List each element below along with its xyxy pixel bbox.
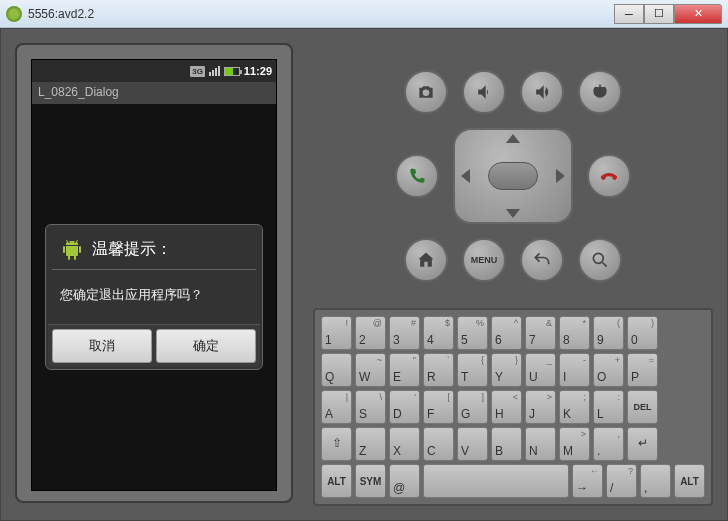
dpad: [453, 128, 573, 224]
key-2[interactable]: 2@: [355, 316, 386, 350]
close-button[interactable]: ✕: [674, 4, 722, 24]
device-frame: 3G 11:29 L_0826_Dialog 温馨提示： 您确定退出应用程序吗？: [15, 43, 293, 503]
dpad-up[interactable]: [506, 134, 520, 143]
key-sym[interactable]: SYM: [355, 464, 386, 498]
emulator-body: 3G 11:29 L_0826_Dialog 温馨提示： 您确定退出应用程序吗？: [0, 28, 728, 521]
key-alt[interactable]: ALT: [674, 464, 705, 498]
right-panel: MENU 1!2@3#4$5%6^7&8*9(0)QW~E"R`T{Y}U_I-…: [313, 43, 713, 506]
key-alt[interactable]: ALT: [321, 464, 352, 498]
key-1[interactable]: 1!: [321, 316, 352, 350]
device-screen: 3G 11:29 L_0826_Dialog 温馨提示： 您确定退出应用程序吗？: [31, 59, 277, 491]
key-del[interactable]: DEL: [627, 390, 658, 424]
key-f[interactable]: F[: [423, 390, 454, 424]
dpad-center[interactable]: [488, 162, 538, 190]
dpad-down[interactable]: [506, 209, 520, 218]
keyboard: 1!2@3#4$5%6^7&8*9(0)QW~E"R`T{Y}U_I-O+P=A…: [313, 308, 713, 506]
key-c[interactable]: C: [423, 427, 454, 461]
key-u[interactable]: U_: [525, 353, 556, 387]
key-r[interactable]: R`: [423, 353, 454, 387]
dialog-buttons: 取消 确定: [48, 324, 260, 367]
key-w[interactable]: W~: [355, 353, 386, 387]
camera-button[interactable]: [404, 70, 448, 114]
key-8[interactable]: 8*: [559, 316, 590, 350]
status-time: 11:29: [244, 65, 272, 77]
key-space[interactable]: [423, 464, 569, 498]
key-a[interactable]: A|: [321, 390, 352, 424]
app-icon: [6, 6, 22, 22]
key-v[interactable]: V: [457, 427, 488, 461]
key-d[interactable]: D': [389, 390, 420, 424]
window-titlebar: 5556:avd2.2 ─ ☐ ✕: [0, 0, 728, 28]
key-t[interactable]: T{: [457, 353, 488, 387]
network-icon: 3G: [190, 66, 205, 77]
ok-button[interactable]: 确定: [156, 329, 256, 363]
dpad-right[interactable]: [556, 169, 565, 183]
back-button[interactable]: [520, 238, 564, 282]
key-k[interactable]: K;: [559, 390, 590, 424]
volume-down-button[interactable]: [462, 70, 506, 114]
key-b[interactable]: B: [491, 427, 522, 461]
battery-icon: [224, 67, 240, 76]
key-l[interactable]: L:: [593, 390, 624, 424]
dpad-left[interactable]: [461, 169, 470, 183]
svg-point-0: [593, 253, 603, 263]
key-/[interactable]: /?: [606, 464, 637, 498]
dialog-backdrop: 温馨提示： 您确定退出应用程序吗？ 取消 确定: [32, 104, 276, 490]
key-y[interactable]: Y}: [491, 353, 522, 387]
key-9[interactable]: 9(: [593, 316, 624, 350]
window-controls: ─ ☐ ✕: [614, 4, 722, 24]
dialog-title: 温馨提示：: [92, 239, 172, 260]
key-→[interactable]: →←: [572, 464, 603, 498]
search-button[interactable]: [578, 238, 622, 282]
key-o[interactable]: O+: [593, 353, 624, 387]
end-call-button[interactable]: [587, 154, 631, 198]
key-x[interactable]: X: [389, 427, 420, 461]
power-button[interactable]: [578, 70, 622, 114]
key-h[interactable]: H<: [491, 390, 522, 424]
status-bar: 3G 11:29: [32, 60, 276, 82]
dialog-message: 您确定退出应用程序吗？: [48, 270, 260, 324]
maximize-button[interactable]: ☐: [644, 4, 674, 24]
menu-button[interactable]: MENU: [462, 238, 506, 282]
key-p[interactable]: P=: [627, 353, 658, 387]
key-4[interactable]: 4$: [423, 316, 454, 350]
key-5[interactable]: 5%: [457, 316, 488, 350]
key-6[interactable]: 6^: [491, 316, 522, 350]
alert-dialog: 温馨提示： 您确定退出应用程序吗？ 取消 确定: [45, 224, 263, 370]
key-j[interactable]: J>: [525, 390, 556, 424]
key-n[interactable]: N: [525, 427, 556, 461]
window-title: 5556:avd2.2: [28, 7, 614, 21]
call-button[interactable]: [395, 154, 439, 198]
key-q[interactable]: Q: [321, 353, 352, 387]
key-i[interactable]: I-: [559, 353, 590, 387]
hardware-buttons: MENU: [313, 43, 713, 308]
key-↵[interactable]: ↵: [627, 427, 658, 461]
key-.[interactable]: .,: [593, 427, 624, 461]
key-m[interactable]: M>: [559, 427, 590, 461]
android-icon: [60, 237, 84, 261]
cancel-button[interactable]: 取消: [52, 329, 152, 363]
key-0[interactable]: 0): [627, 316, 658, 350]
key-@[interactable]: @: [389, 464, 420, 498]
key-3[interactable]: 3#: [389, 316, 420, 350]
key-7[interactable]: 7&: [525, 316, 556, 350]
key-s[interactable]: S\: [355, 390, 386, 424]
volume-up-button[interactable]: [520, 70, 564, 114]
key-⇧[interactable]: ⇧: [321, 427, 352, 461]
minimize-button[interactable]: ─: [614, 4, 644, 24]
key-z[interactable]: Z: [355, 427, 386, 461]
dialog-header: 温馨提示：: [48, 227, 260, 269]
home-button[interactable]: [404, 238, 448, 282]
app-titlebar: L_0826_Dialog: [32, 82, 276, 104]
signal-icon: [209, 66, 220, 76]
key-,[interactable]: ,: [640, 464, 671, 498]
key-g[interactable]: G]: [457, 390, 488, 424]
key-e[interactable]: E": [389, 353, 420, 387]
